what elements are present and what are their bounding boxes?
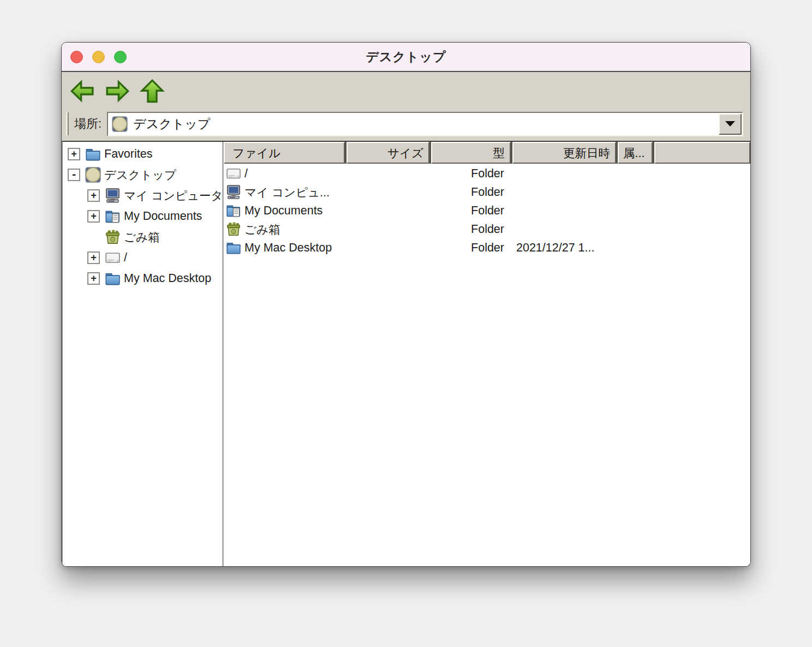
tree-item-desktop[interactable]: - デスクトップ	[63, 164, 222, 185]
column-header-attributes[interactable]: 属...	[618, 142, 653, 164]
tree-item-root[interactable]: + /	[63, 247, 222, 268]
expand-toggle[interactable]: +	[87, 272, 100, 285]
close-button[interactable]	[70, 51, 83, 63]
tree-item-favorites[interactable]: + Favorites	[63, 143, 222, 164]
file-name: ごみ箱	[244, 221, 280, 237]
file-name: マイ コンピュ...	[244, 184, 330, 200]
file-type: Folder	[429, 223, 509, 236]
chevron-down-icon	[725, 121, 735, 127]
toolbar-gripper[interactable]	[66, 112, 69, 135]
up-button[interactable]	[139, 78, 165, 104]
computer-icon	[104, 187, 121, 204]
list-item-my-computer[interactable]: マイ コンピュ... Folder	[224, 183, 750, 201]
file-name: My Documents	[244, 204, 323, 218]
tree-item-label: デスクトップ	[104, 167, 176, 183]
file-manager-window: デスクトップ 場所: デスクトップ +	[61, 42, 751, 567]
tree-item-label: /	[124, 251, 127, 265]
location-dropdown-button[interactable]	[719, 113, 742, 135]
window-title: デスクトップ	[366, 49, 446, 65]
forward-arrow-icon	[104, 78, 130, 104]
file-modified: 2021/12/27 1...	[509, 241, 613, 255]
trash-icon	[104, 229, 121, 245]
file-name: /	[244, 167, 248, 181]
file-type: Folder	[429, 204, 509, 218]
tree-item-my-documents[interactable]: + My Documents	[63, 206, 222, 226]
tree-item-label: My Mac Desktop	[124, 272, 211, 285]
tree-item-trash[interactable]: ごみ箱	[63, 226, 222, 247]
desktop-icon	[111, 116, 128, 133]
navigation-toolbar	[62, 71, 750, 110]
file-name: My Mac Desktop	[244, 241, 332, 255]
location-label: 場所:	[74, 116, 101, 132]
column-header-modified[interactable]: 更新日時	[512, 142, 616, 164]
location-combobox[interactable]: デスクトップ	[107, 112, 743, 136]
expand-toggle[interactable]: +	[87, 189, 100, 202]
content-area: + Favorites - デスクトップ + マイ コンピュータ + My Do…	[62, 141, 750, 566]
back-button[interactable]	[69, 78, 95, 104]
tree-item-my-computer[interactable]: + マイ コンピュータ	[63, 185, 222, 206]
file-type: Folder	[429, 167, 509, 181]
location-value: デスクトップ	[133, 116, 210, 133]
folder-icon	[225, 239, 242, 256]
back-arrow-icon	[69, 78, 95, 104]
documents-folder-icon	[104, 208, 121, 225]
file-list: ファイル サイズ 型 更新日時 属... / Folder	[224, 142, 750, 566]
tree-item-label: Favorites	[104, 147, 152, 161]
folder-icon	[85, 146, 101, 163]
tree-item-label: My Documents	[124, 209, 202, 223]
tree-item-label: ごみ箱	[124, 229, 160, 245]
file-type: Folder	[429, 241, 509, 255]
column-header-type[interactable]: 型	[431, 142, 511, 164]
up-arrow-icon	[139, 78, 165, 104]
expand-toggle[interactable]: +	[68, 148, 80, 160]
desktop-icon	[85, 166, 101, 183]
folder-tree: + Favorites - デスクトップ + マイ コンピュータ + My Do…	[63, 142, 222, 566]
list-item-my-mac-desktop[interactable]: My Mac Desktop Folder 2021/12/27 1...	[224, 238, 750, 257]
expand-toggle[interactable]: +	[87, 251, 100, 264]
forward-button[interactable]	[104, 78, 130, 104]
column-header-filler	[654, 142, 750, 164]
file-type: Folder	[429, 185, 509, 199]
location-bar: 場所: デスクトップ	[62, 110, 750, 141]
list-item-my-documents[interactable]: My Documents Folder	[224, 201, 750, 220]
traffic-lights	[70, 43, 127, 71]
computer-icon	[225, 184, 242, 200]
drive-icon	[225, 165, 242, 182]
tree-item-label: マイ コンピュータ	[124, 188, 222, 203]
column-header-size[interactable]: サイズ	[347, 142, 429, 164]
expand-toggle[interactable]: +	[87, 210, 100, 223]
trash-icon	[225, 221, 242, 237]
drive-icon	[104, 249, 121, 266]
list-header: ファイル サイズ 型 更新日時 属...	[224, 142, 750, 164]
tree-item-my-mac-desktop[interactable]: + My Mac Desktop	[63, 268, 222, 289]
list-rows: / Folder マイ コンピュ... Folder	[224, 164, 750, 566]
zoom-button[interactable]	[114, 51, 127, 63]
window-titlebar[interactable]: デスクトップ	[62, 43, 750, 71]
documents-folder-icon	[225, 202, 242, 219]
folder-icon	[104, 270, 121, 287]
column-header-file[interactable]: ファイル	[224, 142, 345, 164]
list-item-root[interactable]: / Folder	[224, 164, 750, 183]
list-item-trash[interactable]: ごみ箱 Folder	[224, 220, 750, 238]
collapse-toggle[interactable]: -	[68, 169, 80, 181]
minimize-button[interactable]	[92, 51, 105, 63]
